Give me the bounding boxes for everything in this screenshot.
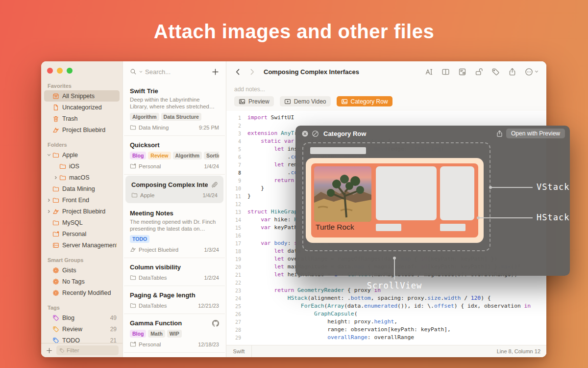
code-text: overallRange: overallRange — [241, 334, 414, 342]
tag-chip-wip[interactable]: WIP — [167, 330, 182, 338]
code-line-24: 24 HStack(alignment: .bottom, spacing: p… — [226, 294, 546, 302]
notes-input[interactable]: add notes... — [234, 86, 539, 93]
line-number: 20 — [226, 263, 241, 271]
sidebar-item-label: iOS — [69, 163, 117, 170]
snippet-title: Composing Complex Interfaces — [264, 68, 359, 76]
tag-chip-blog[interactable]: Blog — [130, 330, 146, 338]
sidebar-item-ios[interactable]: iOS — [44, 160, 120, 172]
code-line-27: 27 height: proxy.height, — [226, 318, 546, 326]
close-window-button[interactable] — [47, 68, 53, 74]
sidebar-item-no-tags[interactable]: No Tags — [44, 276, 120, 287]
tag-chip-blog[interactable]: Blog — [130, 152, 146, 159]
attachment-chip-category-row[interactable]: Category Row — [337, 96, 392, 106]
popup-share-icon[interactable] — [496, 130, 503, 137]
open-with-preview-button[interactable]: Open with Preview — [506, 129, 565, 138]
folder-icon — [59, 163, 66, 170]
chevron-right-icon[interactable] — [54, 176, 59, 180]
preview-card-icon[interactable] — [458, 68, 466, 76]
sidebar-item-personal[interactable]: Personal — [44, 228, 120, 239]
chevron-right-icon[interactable] — [47, 198, 52, 202]
tag-chip-math[interactable]: Math — [148, 330, 165, 338]
sidebar-item-server-management[interactable]: Server Management — [44, 239, 120, 251]
list-item-gamma-function[interactable]: Gamma FunctionBlogMathWIPPersonal12/18/2… — [124, 314, 225, 353]
editor-toolbar: Composing Complex Interfaces — [226, 61, 546, 82]
add-folder-icon[interactable] — [46, 347, 52, 354]
text-format-icon[interactable] — [425, 68, 433, 76]
split-view-icon[interactable] — [441, 68, 450, 76]
forward-icon[interactable] — [248, 68, 256, 76]
list-item-meeting-notes[interactable]: Meeting NotesThe meeting opened with Dr.… — [124, 204, 225, 258]
attachment-chip-preview[interactable]: Preview — [234, 96, 274, 106]
folder-icon — [52, 197, 59, 204]
list-item-quicksort[interactable]: QuicksortBlogReviewAlgorithmSorting+2Per… — [124, 136, 225, 175]
sidebar-item-label: Project Bluebird — [62, 127, 117, 133]
turtle-rock-photo — [314, 166, 371, 222]
paperclip-icon — [211, 182, 218, 188]
sidebar-item-blog[interactable]: Blog49 — [44, 312, 120, 323]
vstack-callout-line — [492, 187, 533, 188]
snippet-folder-label: Personal — [139, 163, 201, 169]
sidebar-item-label: macOS — [69, 174, 117, 181]
chevron-right-icon[interactable] — [47, 210, 52, 213]
sidebar-item-uncategorized[interactable]: Uncategorized — [44, 102, 120, 113]
snippet-item-title: Gamma Function — [130, 319, 209, 327]
tag-chip-algorithm[interactable]: Algorithm — [173, 152, 202, 159]
tag-icon — [52, 326, 59, 333]
sidebar-item-project-bluebird[interactable]: Project Bluebird — [44, 206, 120, 217]
language-badge[interactable]: Swift — [226, 345, 252, 357]
search-input[interactable]: Search... — [145, 68, 209, 76]
zoom-window-button[interactable] — [67, 68, 73, 74]
sidebar-item-recently-modified[interactable]: Recently Modified — [44, 287, 120, 298]
snippet-item-description: Deep within the Labyrinthine Library, wh… — [130, 97, 219, 110]
smart-folder-icon — [52, 289, 59, 296]
list-item-composing-complex-interfaces[interactable]: Composing Complex InterfacesApple1/4/24 — [125, 176, 223, 203]
line-number: 12 — [226, 200, 241, 208]
search-scope-chevron-icon[interactable] — [139, 70, 143, 74]
sidebar-item-macos[interactable]: macOS — [44, 172, 120, 183]
list-item-date-formatter[interactable]: Date FormatterInstances of NSDateFormatt… — [124, 353, 225, 357]
chevron-down-icon[interactable] — [47, 153, 52, 157]
smart-folder-icon — [52, 267, 59, 274]
list-item-paging-page-length[interactable]: Paging & Page lengthDataTables12/21/23 — [124, 286, 225, 314]
sidebar-item-label: Gists — [62, 267, 117, 274]
list-item-swift-trie[interactable]: Swift TrieDeep within the Labyrinthine L… — [124, 82, 225, 136]
tag-icon — [52, 315, 59, 321]
new-snippet-button[interactable] — [212, 68, 219, 76]
filter-placeholder: Filter — [67, 347, 79, 353]
code-text: HStack(alignment: .bottom, spacing: prox… — [241, 294, 491, 302]
sidebar-footer: Filter — [41, 343, 122, 357]
sidebar-item-label: No Tags — [62, 278, 117, 285]
placeholder-image-2 — [440, 166, 474, 220]
sidebar-item-project-bluebird[interactable]: Project Bluebird — [44, 124, 120, 135]
section-header-smart-groups: Smart Groups — [48, 257, 120, 263]
list-item-column-visibility[interactable]: Column visibilityDataTables1/2/24 — [124, 258, 225, 286]
tag-chip-todo[interactable]: TODO — [130, 235, 149, 243]
attachment-chip-demo-video[interactable]: Demo Video — [280, 96, 331, 106]
remove-attachment-icon[interactable] — [312, 130, 319, 137]
tag-icon[interactable] — [491, 68, 500, 76]
snippet-date: 1/4/24 — [204, 163, 219, 169]
filter-input[interactable]: Filter — [56, 345, 119, 355]
tag-chip-data-structure[interactable]: Data Structure — [161, 113, 201, 121]
more-menu-button[interactable] — [525, 68, 539, 76]
tag-chip-algorithm[interactable]: Algorithm — [130, 113, 159, 121]
sidebar-item-data-mining[interactable]: Data Mining — [44, 183, 120, 194]
snippet-item-title: Meeting Notes — [130, 210, 219, 217]
back-icon[interactable] — [234, 68, 242, 76]
sidebar-item-review[interactable]: Review29 — [44, 323, 120, 335]
sidebar-item-all-snippets[interactable]: All Snippets — [44, 90, 120, 102]
lock-open-icon[interactable] — [475, 68, 483, 76]
snippet-date: 1/4/24 — [202, 192, 218, 198]
close-icon[interactable] — [301, 130, 309, 137]
share-icon[interactable] — [508, 68, 516, 76]
sidebar-item-trash[interactable]: Trash — [44, 113, 120, 124]
minimize-window-button[interactable] — [57, 68, 63, 74]
tag-chip-sorting[interactable]: Sorting — [204, 152, 219, 159]
sidebar-item-gists[interactable]: Gists — [44, 264, 120, 276]
line-number: 6 — [226, 153, 241, 161]
sidebar-item-apple[interactable]: Apple — [44, 149, 120, 160]
line-number: 5 — [226, 145, 241, 153]
sidebar-item-mysql[interactable]: MySQL — [44, 217, 120, 228]
tag-chip-review[interactable]: Review — [148, 152, 171, 159]
sidebar-item-front-end[interactable]: Front End — [44, 194, 120, 206]
